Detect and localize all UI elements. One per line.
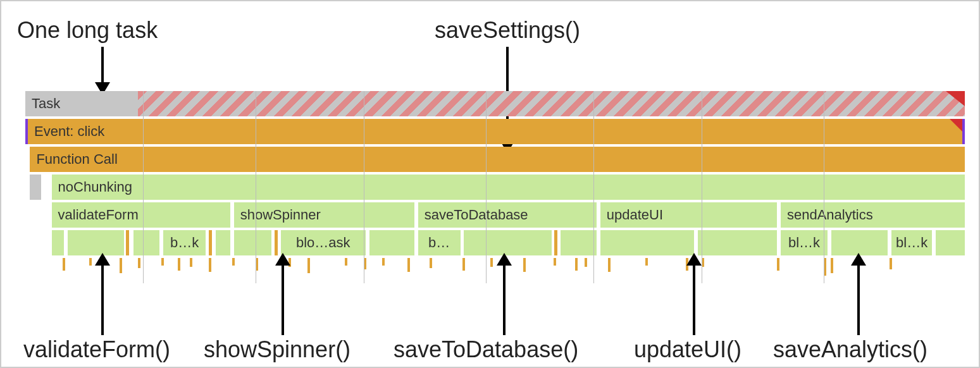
block-b4: bl…k: [781, 230, 828, 255]
arrow-long-task: [90, 47, 115, 96]
function-call-label: Function Call: [36, 151, 117, 168]
svg-marker-5: [95, 253, 110, 266]
event-corner-marker: [950, 119, 962, 132]
save-to-database-label: saveToDatabase: [425, 207, 528, 223]
validate-form-label: validateForm: [58, 207, 139, 223]
label-save-settings: saveSettings(): [435, 17, 580, 44]
label-save-analytics: saveAnalytics(): [773, 336, 927, 363]
svg-marker-11: [686, 253, 702, 266]
block-b2: blo…ask: [281, 230, 366, 255]
update-ui-label: updateUI: [607, 207, 663, 223]
label-one-long-task: One long task: [17, 17, 158, 44]
svg-marker-7: [275, 253, 290, 266]
function-call-bar: Function Call: [30, 147, 965, 172]
label-show-spinner: showSpinner(): [204, 336, 350, 363]
no-chunking-label: noChunking: [58, 179, 132, 195]
send-analytics-label: sendAnalytics: [787, 207, 873, 223]
diagram-canvas: One long task saveSettings() Task Ev: [1, 1, 979, 367]
svg-marker-9: [497, 253, 512, 266]
save-to-database-bar: saveToDatabase: [418, 202, 597, 228]
send-analytics-bar: sendAnalytics: [781, 202, 965, 228]
event-label: Event: click: [34, 123, 104, 140]
block-b3: b…: [418, 230, 461, 255]
label-save-to-database: saveToDatabase(): [394, 336, 578, 363]
task-label: Task: [32, 95, 60, 112]
arrow-update-ui: [681, 253, 707, 335]
gray-sliver: [30, 175, 41, 200]
show-spinner-label: showSpinner: [240, 207, 321, 223]
task-bar-striped: [138, 91, 965, 116]
label-update-ui: updateUI(): [634, 336, 741, 363]
arrow-save-analytics: [846, 253, 871, 335]
label-validate-form: validateForm(): [23, 336, 170, 363]
arrow-show-spinner: [270, 253, 295, 335]
update-ui-bar: updateUI: [600, 202, 777, 228]
block-b5: bl…k: [891, 230, 932, 255]
validate-form-bar: validateForm: [52, 202, 230, 228]
task-corner-marker: [946, 91, 965, 106]
block-b1: b…k: [163, 230, 206, 255]
arrow-save-to-database: [492, 253, 517, 335]
svg-marker-13: [851, 253, 866, 266]
show-spinner-bar: showSpinner: [234, 202, 414, 228]
arrow-validate-form: [90, 253, 115, 335]
no-chunking-bar: noChunking: [52, 175, 965, 200]
task-bar-gray: Task: [25, 91, 138, 116]
